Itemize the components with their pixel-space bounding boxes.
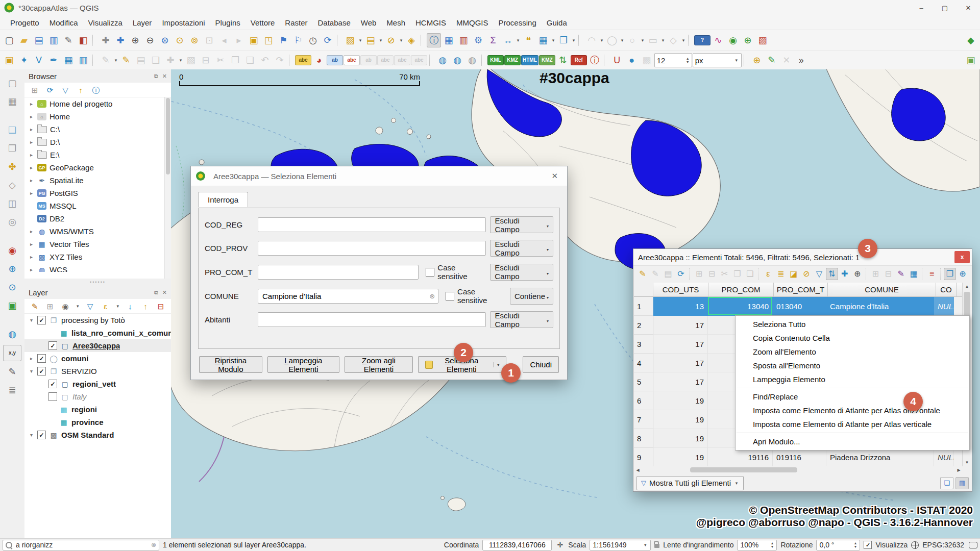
zoom-plus-tool-icon[interactable]: ⊕ [5, 261, 20, 277]
remove-layer-icon[interactable]: ⊟ [156, 301, 166, 311]
project-open-icon[interactable]: ▰ [17, 33, 31, 47]
new-spatialite-layer-icon[interactable]: ✦ [17, 53, 31, 67]
annotation-target-icon[interactable]: ⊕ [750, 53, 764, 67]
column-header-pro_com_t[interactable]: PRO_COM_T [774, 283, 828, 296]
lampeggia-elementi-button[interactable]: Lampeggia Elementi [267, 356, 339, 373]
context-item-apri-modulo-[interactable]: Apri Modulo... [736, 435, 969, 448]
measure-icon-dropdown[interactable]: ▾ [516, 38, 521, 43]
layer-item-aree30cappa[interactable]: ✓▢Aree30cappa [24, 339, 171, 352]
invert-selection-icon[interactable]: ◪ [788, 268, 800, 280]
share-plugin-icon[interactable]: ◉ [726, 33, 740, 47]
table-search-icon[interactable]: ⊕ [957, 268, 969, 280]
browser-float-icon[interactable]: ⧉ [154, 73, 158, 80]
toggle-editing-icon[interactable]: ✎ [119, 53, 133, 67]
filter-expression-icon[interactable]: ε [101, 301, 111, 311]
menu-layer[interactable]: Layer [128, 16, 157, 29]
html-export-icon[interactable]: HTML [521, 55, 538, 65]
browser-properties-icon[interactable]: ⓘ [91, 85, 101, 95]
button-dropdown-icon[interactable]: ▾ [494, 362, 500, 367]
union-tool-icon[interactable]: ◫ [5, 196, 20, 211]
zoom-to-selection-icon[interactable]: ⊙ [173, 33, 187, 47]
browser-filter-icon[interactable]: ▽ [60, 85, 70, 95]
new-print-layout-icon[interactable]: ▦ [536, 33, 550, 47]
add-group-icon[interactable]: ⊞ [45, 301, 55, 311]
zoom-plugin-icon[interactable]: ⊕ [741, 33, 755, 47]
table-row[interactable]: 11313040013040Campione d'ItaliaNULL [634, 297, 971, 316]
context-item-imposta-come-elemento-di-atlante-per-atlas-verticale[interactable]: Imposta come Elemento di Atlante per Atl… [736, 417, 969, 431]
move-selection-top-icon[interactable]: ⇅ [826, 268, 838, 280]
layer-item-servizio[interactable]: ▾✓❐SERVIZIO [24, 365, 171, 378]
dock-splitter[interactable]: •••••• [24, 279, 171, 286]
cell[interactable]: 19 [653, 448, 708, 467]
cell[interactable]: 019116 [773, 448, 826, 467]
corner-header[interactable] [634, 283, 653, 296]
cell[interactable]: NULL [934, 297, 954, 316]
table-zoom-selection-icon[interactable]: ⊕ [851, 268, 864, 280]
select-features-icon[interactable]: ▨ [343, 33, 357, 47]
context-item-imposta-come-elemento-di-atlante-per-atlas-orizzontale[interactable]: Imposta come Elemento di Atlante per Atl… [736, 404, 969, 417]
layer-float-icon[interactable]: ⧉ [154, 289, 158, 296]
pencil-tool-icon[interactable]: ✎ [5, 364, 20, 380]
sum-features-icon[interactable]: Σ [486, 33, 500, 47]
project-new-icon[interactable]: ▢ [2, 33, 16, 47]
new-virtual-layer-icon[interactable]: ▥ [76, 53, 90, 67]
scroll-up-icon[interactable]: ▲ [963, 283, 971, 290]
ref-icon[interactable]: Ref [571, 55, 587, 65]
menu-guida[interactable]: Guida [542, 16, 572, 29]
elevation-profile-icon[interactable]: ∿ [711, 33, 725, 47]
column-header-comune[interactable]: COMUNE [828, 283, 936, 296]
cell[interactable]: 19 [653, 391, 708, 410]
browser-item-spatialite[interactable]: ▸✒SpatiaLite [24, 174, 171, 187]
deselect-icon-dropdown[interactable]: ▾ [399, 38, 404, 43]
style-manager-icon[interactable]: ◧ [76, 33, 90, 47]
layout-manager-icon-dropdown[interactable]: ▾ [571, 38, 576, 43]
new-geopackage-icon[interactable]: ▣ [2, 53, 16, 67]
expand-arrow-icon[interactable]: ▸ [29, 190, 34, 196]
label-unit-combo[interactable]: px▾ [693, 53, 742, 67]
spin-arrows-icon[interactable]: ▲▼ [686, 57, 690, 64]
field-operator-button-cod_prov[interactable]: Escludi Campo▾ [490, 240, 553, 257]
zoom-to-layer-icon[interactable]: ⊚ [187, 33, 202, 47]
field-operator-button-cod_reg[interactable]: Escludi Campo▾ [490, 216, 553, 233]
field-operator-button-abitanti[interactable]: Escludi Campo▾ [490, 311, 553, 328]
browser-close-icon[interactable]: ✕ [162, 73, 167, 80]
expand-arrow-icon[interactable]: ▸ [29, 254, 34, 260]
field-operator-button-pro_com_t[interactable]: Escludi Campo▾ [490, 264, 553, 281]
browser-vscrollbar[interactable] [164, 97, 171, 280]
close-button[interactable]: ✕ [957, 0, 980, 15]
snapping-magnet-icon[interactable]: U [610, 53, 624, 67]
zoom-in-icon[interactable]: ⊕ [128, 33, 142, 47]
case-sensitive-checkbox[interactable]: ✓ [446, 292, 454, 300]
browser-item-d-[interactable]: ▸D:\ [24, 136, 171, 148]
browser-refresh-icon[interactable]: ⟳ [45, 85, 55, 95]
table-filter-select-icon[interactable]: ▽ [813, 268, 825, 280]
expand-arrow-icon[interactable]: ▸ [29, 152, 34, 158]
digitize-shape-icon[interactable]: ✤ [5, 159, 20, 174]
table-edit-icon[interactable]: ✎ [636, 268, 649, 280]
layer-item-osm-standard[interactable]: ▾✓▩OSM Standard [24, 429, 171, 441]
browser-item-c-[interactable]: ▸C:\ [24, 123, 171, 136]
cell[interactable]: 17 [653, 354, 708, 372]
xy-coords-icon[interactable]: x,y [3, 345, 21, 361]
layer-item-regioni-vett[interactable]: ✓▢regioni_vett [24, 378, 171, 390]
pan-to-selection-icon[interactable]: ✚ [113, 33, 128, 47]
style-palette-icon[interactable]: ▨ [755, 33, 770, 47]
statistics-icon[interactable]: ▥ [456, 33, 471, 47]
cell[interactable]: 19 [653, 410, 708, 429]
new-bookmark-icon[interactable]: ⚐ [291, 33, 305, 47]
table-deselect-icon[interactable]: ⊘ [800, 268, 813, 280]
expand-arrow-icon[interactable]: ▾ [29, 317, 34, 323]
layer-diagram-icon[interactable]: ◕ [312, 53, 326, 67]
menu-visualizza[interactable]: Visualizza [83, 16, 128, 29]
menu-plugins[interactable]: Plugins [210, 16, 246, 29]
cell[interactable]: 19116 [708, 448, 773, 467]
expand-arrow-icon[interactable]: ▸ [29, 178, 34, 183]
layer-checkbox[interactable]: ✓ [37, 367, 46, 375]
browser-item-home-del-progetto[interactable]: ▸⌂Home del progetto [24, 97, 171, 110]
field-input-cod_reg[interactable] [258, 217, 486, 232]
highlight-pinned-labels-icon[interactable]: abc [344, 55, 360, 65]
layer-item-province[interactable]: ▦province [24, 416, 171, 429]
maximize-button[interactable]: ▢ [933, 0, 957, 15]
minimize-button[interactable]: – [910, 0, 933, 15]
conditional-format-icon[interactable]: ▦ [908, 268, 920, 280]
